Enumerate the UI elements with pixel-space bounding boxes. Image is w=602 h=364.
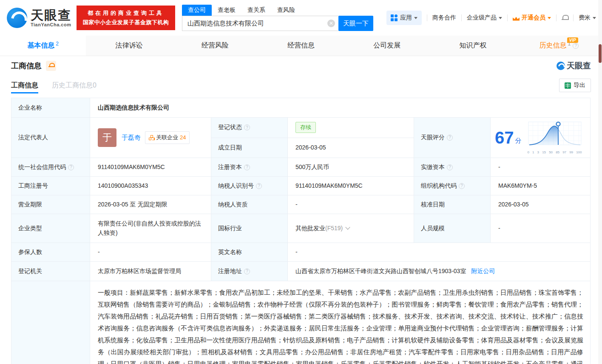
tab-history-info[interactable]: VIP 历史信息 1 ? <box>516 36 602 56</box>
reg-authority-label: 登记机关 <box>11 262 90 281</box>
divider <box>556 14 557 21</box>
help-icon[interactable]: ? <box>256 183 262 189</box>
promo-line1: 都在用的商业查询工具 <box>88 9 164 17</box>
est-date-value: 2026-03-05 <box>288 138 414 158</box>
nav-enterprise[interactable]: 企业级产品 <box>467 14 502 22</box>
legal-rep-cell: 于 于磊奇 关联企业 24 <box>90 118 211 158</box>
paid-capital-label: 实缴资本? <box>414 158 491 177</box>
insured-count-label: 参保人数 <box>11 243 90 262</box>
help-icon[interactable]: ? <box>447 135 453 141</box>
score-axis: 01 315 5085 9799 100 <box>528 150 582 155</box>
monitor-bell-button[interactable] <box>46 61 56 71</box>
help-icon[interactable]: ? <box>447 164 453 170</box>
divider <box>461 14 462 21</box>
help-icon[interactable]: ? <box>68 164 74 170</box>
nav-vip[interactable]: 开通会员 <box>513 14 551 22</box>
company-name-value: 山西期选信息技术有限公司 <box>90 98 591 118</box>
business-scope-value: 一般项目：新鲜蔬菜零售；新鲜水果零售；食用农产品初加工；未经加工的坚果、干果销售… <box>90 281 591 364</box>
company-name-label: 企业名称 <box>11 98 90 118</box>
help-icon[interactable]: ? <box>244 124 250 130</box>
tab-company-development[interactable]: 公司发展 <box>344 36 430 56</box>
tab-lawsuits[interactable]: 法律诉讼 <box>86 36 172 56</box>
business-scope-text: 一般项目：新鲜蔬菜零售；新鲜水果零售；食用农产品初加工；未经加工的坚果、干果销售… <box>98 287 583 364</box>
industry-label: 国标行业 <box>211 214 288 243</box>
apps-grid-icon <box>391 14 398 21</box>
credit-code-label: 统一社会信用代码? <box>11 158 90 177</box>
industry-code: (F519) <box>325 225 343 231</box>
subtab-business-info[interactable]: 工商信息 <box>11 76 38 95</box>
divider <box>427 14 427 21</box>
bell-icon <box>48 63 54 69</box>
reg-address-value: 山西省太原市万柏林区千峰街道文兴路山西智创城八号1903-03室 附近公司 <box>288 262 591 281</box>
industry-value: 其他批发业(F519) <box>288 214 414 243</box>
scrollbar[interactable] <box>598 0 602 364</box>
tab-operating-info[interactable]: 经营信息 <box>258 36 344 56</box>
tab-history-label: 历史信息 <box>539 41 566 50</box>
status-badge: 存续 <box>295 122 316 133</box>
nearby-companies-link[interactable]: 附近公司 <box>471 268 495 274</box>
tab-basic-info[interactable]: 基本信息 2 <box>0 36 86 56</box>
tab-operating-label: 经营信息 <box>287 41 315 50</box>
biz-term-label: 营业期限 <box>11 195 90 214</box>
subtab-history-business-info[interactable]: 历史工商信息0 <box>52 76 97 95</box>
search-tab-boss[interactable]: 查老板 <box>212 5 241 16</box>
company-type-label: 企业类型 <box>11 214 90 243</box>
industry-name: 其他批发业 <box>295 225 325 231</box>
reg-status-value: 存续 <box>288 118 414 138</box>
export-button[interactable]: 导出 <box>559 79 591 92</box>
score-cell: 67 分 <box>491 118 591 158</box>
chevron-down-icon <box>548 17 551 19</box>
search-tab-risk[interactable]: 查风险 <box>271 5 301 16</box>
apps-menu[interactable]: 应用 <box>386 11 422 25</box>
score-marker-pin <box>556 122 560 126</box>
table-row: 经营范围? 一般项目：新鲜蔬菜零售；新鲜水果零售；食用农产品初加工；未经加工的坚… <box>11 281 591 364</box>
reg-authority-value: 太原市万柏林区市场监督管理局 <box>90 262 211 281</box>
user-menu[interactable]: 费米 <box>579 14 596 22</box>
taxpayer-id-value: 91140109MAK6M0YM5C <box>288 177 414 195</box>
reg-address-text: 山西省太原市万柏林区千峰街道文兴路山西智创城八号1903-03室 <box>295 268 466 274</box>
taxpayer-qual-label: 纳税人资质 <box>211 195 288 214</box>
nav-vip-label: 开通会员 <box>522 14 545 22</box>
promo-banner: 都在用的商业查询工具 国家中小企业发展子基金旗下机构 <box>77 6 175 30</box>
english-name-label: 英文名称 <box>211 243 288 262</box>
business-scope-label: 经营范围? <box>11 281 90 364</box>
help-icon[interactable]: ? <box>244 268 250 274</box>
scrollbar-thumb[interactable] <box>599 44 602 63</box>
approval-date-label: 核准日期 <box>414 195 491 214</box>
credit-code-value: 91140109MAK6M0YM5C <box>90 158 211 177</box>
paid-capital-value: - <box>491 158 591 177</box>
tab-operating-risk[interactable]: 经营风险 <box>172 36 258 56</box>
taxpayer-id-label: 纳税人识别号? <box>211 177 288 195</box>
tab-ip-label: 知识产权 <box>460 41 487 50</box>
tianyancha-logo-icon <box>7 8 27 28</box>
search-input[interactable] <box>182 16 338 31</box>
nav-cooperation[interactable]: 商务合作 <box>432 14 456 22</box>
legal-rep-link[interactable]: 于磊奇 <box>122 133 141 142</box>
table-row: 法定代表人 于 于磊奇 关联企业 24 登记状态? <box>11 118 591 138</box>
table-row: 参保人数 - 英文名称 - <box>11 243 591 262</box>
help-icon[interactable]: ? <box>573 43 579 49</box>
search-button[interactable]: 天眼一下 <box>338 16 373 31</box>
vip-badge: VIP <box>567 37 578 43</box>
reg-capital-value: 500万人民币 <box>288 158 414 177</box>
help-icon[interactable]: ? <box>459 183 465 189</box>
table-row: 工商注册号 14010900A035343 纳税人识别号? 91140109MA… <box>11 177 591 195</box>
clear-search-icon[interactable]: ✕ <box>327 20 335 27</box>
top-navigation: 应用 商务合作 企业级产品 开通会员 费米 <box>386 11 596 25</box>
search-tab-company[interactable]: 查公司 <box>182 5 212 16</box>
username-label: 费米 <box>579 14 591 22</box>
watermark-logo: 天眼查 <box>557 60 591 71</box>
table-row: 营业期限 2026-03-05 至 无固定期限 纳税人资质 - 核准日期 202… <box>11 195 591 214</box>
tab-intellectual-property[interactable]: 知识产权 <box>430 36 516 56</box>
search-tab-relation[interactable]: 查关系 <box>241 5 271 16</box>
tab-basic-count: 2 <box>56 41 59 47</box>
chevron-down-icon[interactable] <box>346 225 350 229</box>
related-companies-badge[interactable]: 关联企业 24 <box>145 131 190 144</box>
section-title: 工商信息 <box>11 61 42 71</box>
notifications-bell[interactable] <box>562 15 568 21</box>
tianyancha-logo[interactable]: 天眼查 TianYanCha.com <box>7 8 71 28</box>
help-icon[interactable]: ? <box>244 164 250 170</box>
chevron-down-icon <box>499 17 502 19</box>
avatar[interactable]: 于 <box>98 128 116 147</box>
org-chart-icon <box>149 135 154 140</box>
